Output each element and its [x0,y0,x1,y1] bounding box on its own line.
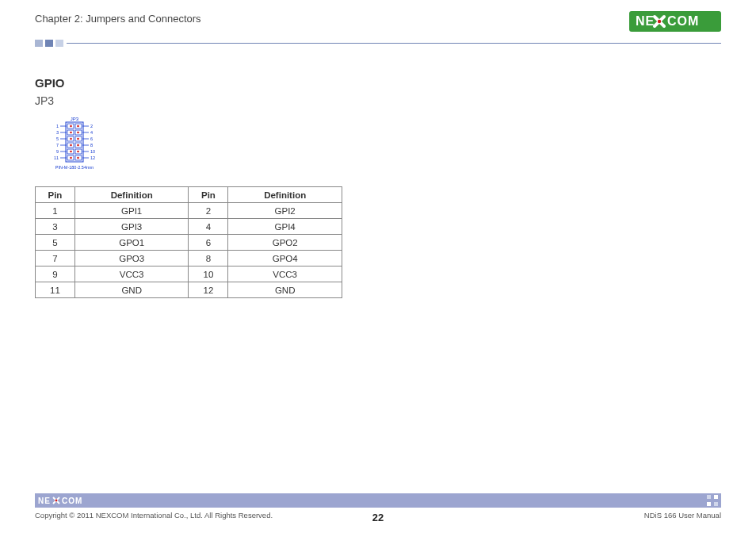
cell-pin: 1 [36,203,75,219]
footer-logo: NE COM [38,497,82,505]
cell-pin: 9 [36,266,75,282]
cell-definition: GPO4 [228,251,342,266]
th-pin-2: Pin [189,187,228,203]
page-footer: NE COM Copyright © 2011 NEXCOM Internati… [35,493,721,523]
pin-dot [70,144,72,147]
brand-logo: NE COM [629,11,721,32]
cell-definition: GND [74,282,189,298]
footer-meta-row: Copyright © 2011 NEXCOM International Co… [35,511,721,523]
cell-pin: 6 [189,235,228,251]
table-row: 11GND12GND [36,282,342,298]
pin-diagram: JP3123456789101112PIN-M-180-2.54mm [35,115,114,172]
pin-label-left: 11 [54,155,59,160]
cell-pin: 7 [36,251,75,266]
footer-squares-icon [707,495,718,506]
th-pin-1: Pin [36,187,75,203]
cell-definition: GND [228,282,342,298]
manual-reference: NDiS 166 User Manual [644,511,721,520]
pin-label-right: 10 [90,149,95,154]
pin-dot [77,132,79,134]
table-row: 1GPI12GPI2 [36,203,342,219]
cell-pin: 11 [36,282,75,298]
pin-dot [70,157,72,159]
diagram-label-top: JP3 [71,117,79,121]
pin-dot [77,138,79,140]
cell-definition: GPI4 [228,219,342,235]
svg-point-4 [55,500,58,502]
pin-dot [70,151,72,153]
header-decoration [35,40,721,52]
pin-definition-table: Pin Definition Pin Definition 1GPI12GPI2… [35,186,342,298]
pin-dot [70,138,72,140]
cell-pin: 12 [189,282,228,298]
section-gpio: GPIO JP3 JP3123456789101112PIN-M-180-2.5… [35,76,721,298]
cell-pin: 5 [36,235,75,251]
footer-logo-x-icon [52,497,60,504]
cell-pin: 8 [189,251,228,266]
section-title: GPIO [35,76,721,90]
pin-label-right: 2 [90,124,93,128]
pin-label-right: 6 [90,136,93,141]
pin-label-left: 5 [56,136,59,141]
cell-definition: VCC3 [228,266,342,282]
pin-dot [77,144,79,147]
page-root: Chapter 2: Jumpers and Connectors NE COM… [0,0,756,533]
footer-logo-text-right: COM [62,497,82,505]
table-row: 3GPI34GPI4 [36,219,342,235]
cell-pin: 10 [189,266,228,282]
pin-label-left: 9 [56,149,59,154]
pin-dot [77,125,79,128]
section-subtitle: JP3 [35,94,721,107]
pin-dot [70,132,72,134]
svg-text:COM: COM [667,14,699,28]
svg-text:NE: NE [636,14,655,28]
th-def-1: Definition [74,187,189,203]
table-row: 7GPO38GPO4 [36,251,342,266]
footer-logo-text-left: NE [38,497,51,505]
pin-dot [77,157,79,159]
header-rule [67,43,721,44]
diagram-label-bottom: PIN-M-180-2.54mm [55,165,94,170]
cell-definition: GPI2 [228,203,342,219]
cell-pin: 2 [189,203,228,219]
deco-squares-icon [35,40,63,47]
pin-label-right: 8 [90,143,93,148]
chapter-title: Chapter 2: Jumpers and Connectors [35,11,201,25]
page-number: 22 [372,512,384,523]
pin-label-right: 12 [90,155,95,160]
pin-label-left: 3 [56,130,59,135]
cell-definition: GPO3 [74,251,189,266]
cell-definition: VCC3 [74,266,189,282]
cell-definition: GPI3 [74,219,189,235]
table-row: 5GPO16GPO2 [36,235,342,251]
pin-label-left: 1 [56,124,59,128]
cell-pin: 4 [189,219,228,235]
cell-definition: GPI1 [74,203,189,219]
diagram-outline [66,122,83,162]
pin-label-left: 7 [56,143,59,148]
table-header-row: Pin Definition Pin Definition [36,187,342,203]
pin-label-right: 4 [90,130,93,135]
page-header: Chapter 2: Jumpers and Connectors NE COM [35,11,721,38]
pin-dot [70,125,72,128]
pin-dot [77,151,79,153]
cell-definition: GPO2 [228,235,342,251]
cell-definition: GPO1 [74,235,189,251]
cell-pin: 3 [36,219,75,235]
footer-bar: NE COM [35,493,721,508]
copyright-text: Copyright © 2011 NEXCOM International Co… [35,511,273,520]
svg-point-2 [658,20,661,23]
th-def-2: Definition [228,187,342,203]
table-row: 9VCC310VCC3 [36,266,342,282]
